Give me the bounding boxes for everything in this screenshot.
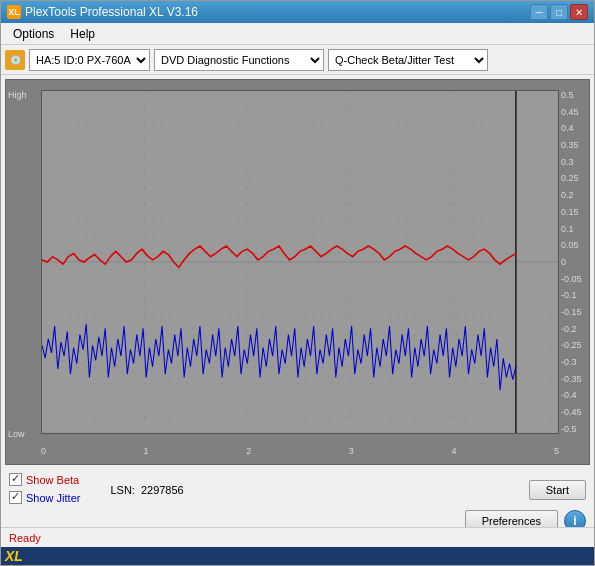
chart-inner	[41, 90, 559, 434]
show-jitter-label: Show Jitter	[26, 492, 80, 504]
chart-svg	[42, 91, 558, 433]
ready-bar: Ready	[1, 527, 594, 547]
minimize-button[interactable]: ─	[530, 4, 548, 20]
show-beta-label: Show Beta	[26, 474, 79, 486]
menu-help[interactable]: Help	[62, 25, 103, 43]
show-beta-row: Show Beta	[9, 473, 80, 486]
show-jitter-row: Show Jitter	[9, 491, 80, 504]
app-icon: XL	[7, 5, 21, 19]
lsn-display: LSN: 2297856	[110, 484, 183, 496]
brand-logo: XL	[5, 548, 23, 564]
chart-area: High Low 0.5 0.45 0.4 0.35 0.3 0.25 0.2 …	[5, 79, 590, 465]
window-controls: ─ □ ✕	[530, 4, 588, 20]
drive-icon: 💿	[5, 50, 25, 70]
title-bar: XL PlexTools Professional XL V3.16 ─ □ ✕	[1, 1, 594, 23]
show-jitter-checkbox[interactable]	[9, 491, 22, 504]
test-select[interactable]: Q-Check Beta/Jitter Test	[328, 49, 488, 71]
main-window: XL PlexTools Professional XL V3.16 ─ □ ✕…	[0, 0, 595, 566]
chart-high-label: High	[8, 90, 27, 100]
lsn-label: LSN:	[110, 484, 134, 496]
menu-bar: Options Help	[1, 23, 594, 45]
maximize-button[interactable]: □	[550, 4, 568, 20]
toolbar: 💿 HA:5 ID:0 PX-760A DVD Diagnostic Funct…	[1, 45, 594, 75]
function-select[interactable]: DVD Diagnostic Functions	[154, 49, 324, 71]
title-bar-left: XL PlexTools Professional XL V3.16	[7, 5, 198, 19]
close-button[interactable]: ✕	[570, 4, 588, 20]
chart-low-label: Low	[8, 429, 25, 439]
y-axis-right: 0.5 0.45 0.4 0.35 0.3 0.25 0.2 0.15 0.1 …	[559, 90, 589, 434]
show-beta-checkbox[interactable]	[9, 473, 22, 486]
lsn-value: 2297856	[141, 484, 184, 496]
drive-select[interactable]: HA:5 ID:0 PX-760A	[29, 49, 150, 71]
start-button[interactable]: Start	[529, 480, 586, 500]
status-controls-area: Show Beta Show Jitter LSN: 2297856 Start…	[1, 469, 594, 527]
menu-options[interactable]: Options	[5, 25, 62, 43]
bottom-brand-bar: XL	[1, 547, 594, 565]
ready-status: Ready	[9, 532, 41, 544]
x-axis-labels: 0 1 2 3 4 5	[41, 446, 559, 456]
window-title: PlexTools Professional XL V3.16	[25, 5, 198, 19]
